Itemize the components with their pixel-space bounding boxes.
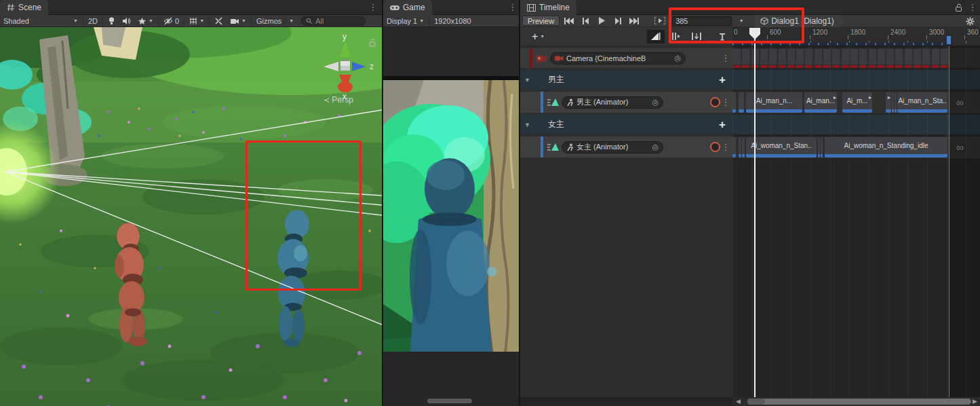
scroll-right-arrow[interactable]: ▶: [973, 398, 977, 405]
camera-shot-clip[interactable]: [941, 49, 948, 64]
object-picker-icon[interactable]: ◎: [652, 98, 659, 107]
timeline-clip[interactable]: [739, 92, 744, 113]
scene-effects-button[interactable]: ▼: [134, 16, 157, 26]
play-button[interactable]: [595, 16, 608, 26]
track-group-woman[interactable]: ▼ 女主 +: [520, 115, 732, 134]
mix-mode-button[interactable]: [647, 30, 665, 43]
game-menu-kebab[interactable]: ⋮: [508, 0, 517, 15]
game-viewport[interactable]: [383, 27, 519, 406]
timeline-menu-kebab[interactable]: ⋮: [968, 0, 977, 15]
preview-button[interactable]: Preview: [522, 16, 560, 26]
camera-shot-clip[interactable]: [733, 49, 741, 64]
timeline-clip[interactable]: Ai_man_n_Sta..: [897, 92, 947, 113]
play-range-button[interactable]: [653, 16, 667, 26]
camera-shot-clip[interactable]: [922, 49, 930, 64]
projection-label[interactable]: ≺ Persp: [324, 95, 353, 105]
scene-grid-button[interactable]: ▼: [186, 16, 208, 26]
timeline-clip[interactable]: [895, 92, 897, 113]
timeline-clip[interactable]: Ai_woman_n_Standing_idle: [825, 137, 947, 158]
scene-lighting-button[interactable]: [104, 16, 119, 26]
camera-shot-clip[interactable]: [815, 49, 822, 64]
previous-frame-button[interactable]: [579, 16, 592, 26]
camera-shot-clip[interactable]: [823, 49, 831, 64]
track-header-man-animator[interactable]: 男主 (Animator) ◎ ⋮: [520, 92, 732, 113]
tab-game[interactable]: Game: [383, 0, 432, 15]
scene-audio-button[interactable]: [119, 16, 134, 26]
scene-orientation-gizmo[interactable]: y z x ≺ Persp: [313, 30, 378, 106]
camera-shot-clip[interactable]: [779, 49, 786, 64]
camera-shot-clip[interactable]: [895, 49, 903, 64]
timeline-clip[interactable]: [739, 137, 741, 158]
record-button[interactable]: [710, 97, 720, 107]
track-group-man[interactable]: ▼ 男主 +: [520, 70, 732, 90]
tab-timeline[interactable]: Timeline: [520, 0, 576, 15]
game-scrollbar[interactable]: [427, 399, 472, 403]
camera-shot-clip[interactable]: [878, 49, 885, 64]
resolution-dropdown[interactable]: 1920x1080: [431, 16, 474, 26]
shading-mode-dropdown[interactable]: Shaded ▼: [0, 16, 81, 26]
timeline-clips-area[interactable]: Ai_man_n...Ai_man...▸Ai_m...▸▸Ai_man_n_S…: [732, 46, 980, 397]
next-frame-button[interactable]: [611, 16, 625, 26]
timeline-clip[interactable]: [821, 137, 823, 158]
timeline-clip[interactable]: [732, 137, 736, 158]
camera-shot-clip[interactable]: [850, 49, 858, 64]
group-add-button[interactable]: +: [719, 73, 726, 87]
camera-shot-clip[interactable]: [796, 49, 804, 64]
timeline-clip[interactable]: Ai_woman_n_Stan..: [746, 137, 817, 158]
scrollbar-thumb[interactable]: [747, 399, 971, 405]
camera-shot-clip[interactable]: [905, 49, 912, 64]
timeline-clip[interactable]: [742, 137, 745, 158]
camera-shot-clip[interactable]: [932, 49, 939, 64]
camera-shot-clip[interactable]: [859, 49, 867, 64]
scene-tools-button[interactable]: [211, 16, 227, 26]
add-track-button[interactable]: + ▼: [528, 31, 548, 42]
timeline-clip[interactable]: [732, 92, 736, 113]
go-to-start-button[interactable]: [562, 16, 576, 26]
scene-camera-button[interactable]: ▼: [227, 16, 250, 26]
timeline-clip[interactable]: Ai_man...▸: [804, 92, 837, 113]
camera-shot-clip[interactable]: [869, 49, 876, 64]
object-picker-icon[interactable]: ◎: [652, 143, 659, 151]
camera-binding-field[interactable]: Camera (CinemachineB ◎: [550, 52, 686, 64]
scene-menu-kebab[interactable]: ⋮: [368, 0, 378, 15]
timeline-clip[interactable]: [892, 92, 894, 113]
collapse-triangle-icon[interactable]: ▼: [524, 122, 530, 128]
camera-shot-clip[interactable]: [769, 49, 777, 64]
timeline-clip[interactable]: ▸: [886, 92, 891, 113]
lock-icon[interactable]: [368, 38, 376, 48]
go-to-end-button[interactable]: [627, 16, 641, 26]
camera-shot-clip[interactable]: [805, 49, 812, 64]
gear-icon[interactable]: [966, 17, 975, 26]
track-kebab[interactable]: ⋮: [720, 142, 731, 152]
track-header-cinemachine[interactable]: Camera (CinemachineB ◎ ⋮: [520, 48, 732, 68]
animator-binding-field[interactable]: 女主 (Animator) ◎: [562, 141, 663, 153]
playhead-line[interactable]: [754, 29, 756, 397]
camera-shot-clip[interactable]: [886, 49, 894, 64]
scene-visibility-button[interactable]: 0: [160, 16, 182, 26]
lock-icon[interactable]: [955, 3, 962, 12]
gizmos-dropdown[interactable]: Gizmos ▼: [253, 16, 297, 26]
tab-scene[interactable]: Scene: [0, 0, 48, 15]
camera-shot-clip[interactable]: [742, 49, 749, 64]
camera-shot-clip[interactable]: [787, 49, 795, 64]
track-header-woman-animator[interactable]: 女主 (Animator) ◎ ⋮: [520, 136, 732, 158]
camera-shot-clip[interactable]: [832, 49, 840, 64]
toggle-2d-button[interactable]: 2D: [85, 16, 101, 26]
camera-shot-clip[interactable]: [914, 49, 921, 64]
object-picker-icon[interactable]: ◎: [674, 54, 681, 62]
track-kebab[interactable]: ⋮: [720, 53, 731, 63]
track-kebab[interactable]: ⋮: [720, 97, 731, 107]
group-add-button[interactable]: +: [719, 118, 726, 132]
record-button[interactable]: [710, 142, 720, 152]
timeline-end-marker[interactable]: [947, 36, 951, 44]
scroll-left-arrow[interactable]: ◀: [736, 398, 741, 405]
timeline-clip[interactable]: Ai_m...▸: [842, 92, 872, 113]
timeline-hscrollbar[interactable]: ◀ ▶: [732, 397, 980, 406]
animator-binding-field[interactable]: 男主 (Animator) ◎: [562, 96, 663, 109]
timeline-clip[interactable]: [818, 137, 820, 158]
scene-search-input[interactable]: All: [301, 16, 366, 26]
display-dropdown[interactable]: Display 1 ▼: [383, 16, 427, 26]
camera-shot-clip[interactable]: [842, 49, 849, 64]
camera-shot-clip[interactable]: [760, 49, 768, 64]
collapse-triangle-icon[interactable]: ▼: [524, 77, 530, 84]
